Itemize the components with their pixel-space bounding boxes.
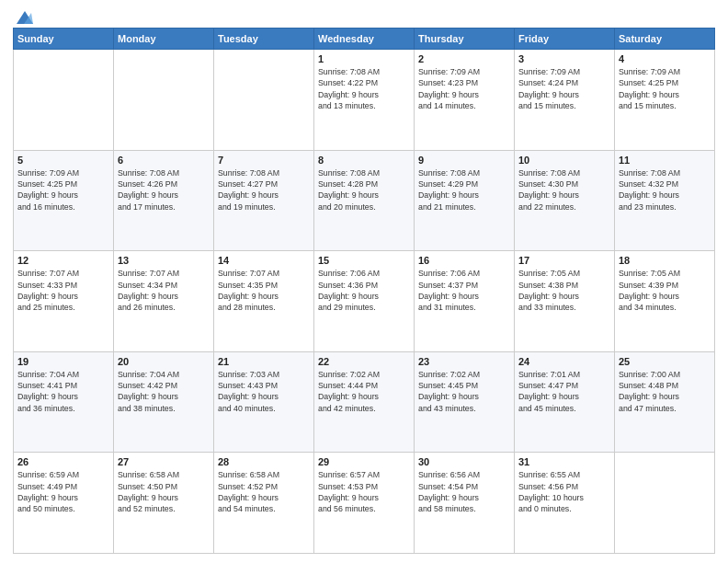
logo-icon [15, 9, 35, 26]
calendar-day-cell: 1Sunrise: 7:08 AM Sunset: 4:22 PM Daylig… [314, 50, 415, 151]
header [13, 9, 715, 22]
day-number: 30 [418, 456, 510, 467]
day-info: Sunrise: 7:03 AM Sunset: 4:43 PM Dayligh… [218, 369, 310, 414]
day-info: Sunrise: 7:06 AM Sunset: 4:37 PM Dayligh… [418, 268, 510, 313]
calendar-header-sunday: Sunday [14, 29, 114, 50]
day-info: Sunrise: 7:07 AM Sunset: 4:33 PM Dayligh… [17, 268, 109, 313]
calendar-day-cell: 2Sunrise: 7:09 AM Sunset: 4:23 PM Daylig… [415, 50, 515, 151]
day-info: Sunrise: 6:57 AM Sunset: 4:53 PM Dayligh… [318, 469, 410, 514]
calendar-day-cell: 18Sunrise: 7:05 AM Sunset: 4:39 PM Dayli… [615, 251, 715, 352]
day-number: 27 [118, 456, 210, 467]
calendar-day-cell: 16Sunrise: 7:06 AM Sunset: 4:37 PM Dayli… [415, 251, 515, 352]
calendar-day-cell: 8Sunrise: 7:08 AM Sunset: 4:28 PM Daylig… [314, 150, 415, 251]
calendar-day-cell: 25Sunrise: 7:00 AM Sunset: 4:48 PM Dayli… [615, 351, 715, 453]
day-info: Sunrise: 7:08 AM Sunset: 4:22 PM Dayligh… [318, 66, 410, 111]
day-number: 6 [118, 155, 210, 166]
calendar-day-cell [615, 453, 715, 554]
day-number: 7 [218, 155, 310, 166]
calendar-header-saturday: Saturday [615, 29, 715, 50]
day-info: Sunrise: 6:58 AM Sunset: 4:52 PM Dayligh… [218, 469, 310, 514]
day-info: Sunrise: 6:58 AM Sunset: 4:50 PM Dayligh… [118, 469, 210, 514]
calendar-day-cell: 4Sunrise: 7:09 AM Sunset: 4:25 PM Daylig… [615, 50, 715, 151]
day-number: 20 [118, 356, 210, 367]
calendar-day-cell: 30Sunrise: 6:56 AM Sunset: 4:54 PM Dayli… [415, 453, 515, 554]
calendar-day-cell: 22Sunrise: 7:02 AM Sunset: 4:44 PM Dayli… [314, 351, 415, 453]
day-number: 3 [518, 53, 610, 64]
day-info: Sunrise: 7:01 AM Sunset: 4:47 PM Dayligh… [518, 369, 610, 414]
calendar-header-wednesday: Wednesday [314, 29, 415, 50]
day-number: 23 [418, 356, 510, 367]
day-number: 10 [518, 155, 610, 166]
calendar-day-cell: 12Sunrise: 7:07 AM Sunset: 4:33 PM Dayli… [14, 251, 114, 352]
day-number: 19 [17, 356, 109, 367]
day-info: Sunrise: 7:08 AM Sunset: 4:30 PM Dayligh… [518, 167, 610, 213]
calendar-week-row: 5Sunrise: 7:09 AM Sunset: 4:25 PM Daylig… [14, 150, 715, 251]
calendar-day-cell: 9Sunrise: 7:08 AM Sunset: 4:29 PM Daylig… [415, 150, 515, 251]
calendar-day-cell: 3Sunrise: 7:09 AM Sunset: 4:24 PM Daylig… [515, 50, 615, 151]
calendar-day-cell: 5Sunrise: 7:09 AM Sunset: 4:25 PM Daylig… [14, 150, 114, 251]
calendar-day-cell [14, 50, 114, 151]
day-number: 21 [218, 356, 310, 367]
day-number: 18 [619, 255, 711, 266]
day-info: Sunrise: 7:08 AM Sunset: 4:28 PM Dayligh… [318, 167, 410, 213]
calendar-day-cell: 28Sunrise: 6:58 AM Sunset: 4:52 PM Dayli… [214, 453, 314, 554]
calendar-day-cell: 14Sunrise: 7:07 AM Sunset: 4:35 PM Dayli… [214, 251, 314, 352]
calendar-header-row: SundayMondayTuesdayWednesdayThursdayFrid… [14, 29, 715, 50]
calendar-day-cell: 13Sunrise: 7:07 AM Sunset: 4:34 PM Dayli… [114, 251, 214, 352]
day-number: 12 [17, 255, 109, 266]
day-info: Sunrise: 7:08 AM Sunset: 4:27 PM Dayligh… [218, 167, 310, 213]
calendar-day-cell: 17Sunrise: 7:05 AM Sunset: 4:38 PM Dayli… [515, 251, 615, 352]
calendar-day-cell: 7Sunrise: 7:08 AM Sunset: 4:27 PM Daylig… [214, 150, 314, 251]
calendar-day-cell: 20Sunrise: 7:04 AM Sunset: 4:42 PM Dayli… [114, 351, 214, 453]
calendar-day-cell: 21Sunrise: 7:03 AM Sunset: 4:43 PM Dayli… [214, 351, 314, 453]
calendar-week-row: 12Sunrise: 7:07 AM Sunset: 4:33 PM Dayli… [14, 251, 715, 352]
calendar-day-cell [214, 50, 314, 151]
day-number: 29 [318, 456, 410, 467]
day-info: Sunrise: 7:09 AM Sunset: 4:23 PM Dayligh… [418, 66, 510, 111]
day-number: 11 [619, 155, 711, 166]
day-number: 1 [318, 53, 410, 64]
calendar-day-cell: 15Sunrise: 7:06 AM Sunset: 4:36 PM Dayli… [314, 251, 415, 352]
calendar-day-cell: 31Sunrise: 6:55 AM Sunset: 4:56 PM Dayli… [515, 453, 615, 554]
day-number: 5 [17, 155, 109, 166]
calendar-day-cell: 19Sunrise: 7:04 AM Sunset: 4:41 PM Dayli… [14, 351, 114, 453]
day-info: Sunrise: 7:08 AM Sunset: 4:32 PM Dayligh… [619, 167, 711, 213]
day-info: Sunrise: 7:06 AM Sunset: 4:36 PM Dayligh… [318, 268, 410, 313]
day-info: Sunrise: 7:08 AM Sunset: 4:29 PM Dayligh… [418, 167, 510, 213]
calendar-day-cell: 23Sunrise: 7:02 AM Sunset: 4:45 PM Dayli… [415, 351, 515, 453]
day-number: 8 [318, 155, 410, 166]
calendar-header-friday: Friday [515, 29, 615, 50]
day-info: Sunrise: 7:02 AM Sunset: 4:44 PM Dayligh… [318, 369, 410, 414]
day-info: Sunrise: 7:07 AM Sunset: 4:35 PM Dayligh… [218, 268, 310, 313]
calendar-day-cell: 29Sunrise: 6:57 AM Sunset: 4:53 PM Dayli… [314, 453, 415, 554]
day-number: 25 [619, 356, 711, 367]
day-info: Sunrise: 6:56 AM Sunset: 4:54 PM Dayligh… [418, 469, 510, 514]
day-number: 9 [418, 155, 510, 166]
calendar-day-cell: 27Sunrise: 6:58 AM Sunset: 4:50 PM Dayli… [114, 453, 214, 554]
calendar-header-monday: Monday [114, 29, 214, 50]
calendar-header-tuesday: Tuesday [214, 29, 314, 50]
logo [13, 9, 35, 22]
day-number: 14 [218, 255, 310, 266]
calendar-header-thursday: Thursday [415, 29, 515, 50]
day-number: 13 [118, 255, 210, 266]
day-info: Sunrise: 7:02 AM Sunset: 4:45 PM Dayligh… [418, 369, 510, 414]
day-info: Sunrise: 7:08 AM Sunset: 4:26 PM Dayligh… [118, 167, 210, 213]
day-info: Sunrise: 7:09 AM Sunset: 4:24 PM Dayligh… [518, 66, 610, 111]
calendar-day-cell: 26Sunrise: 6:59 AM Sunset: 4:49 PM Dayli… [14, 453, 114, 554]
day-info: Sunrise: 7:04 AM Sunset: 4:42 PM Dayligh… [118, 369, 210, 414]
day-number: 22 [318, 356, 410, 367]
day-number: 31 [518, 456, 610, 467]
day-number: 2 [418, 53, 510, 64]
day-number: 26 [17, 456, 109, 467]
day-info: Sunrise: 7:00 AM Sunset: 4:48 PM Dayligh… [619, 369, 711, 414]
calendar-week-row: 26Sunrise: 6:59 AM Sunset: 4:49 PM Dayli… [14, 453, 715, 554]
calendar-day-cell [114, 50, 214, 151]
calendar-day-cell: 24Sunrise: 7:01 AM Sunset: 4:47 PM Dayli… [515, 351, 615, 453]
day-info: Sunrise: 7:05 AM Sunset: 4:38 PM Dayligh… [518, 268, 610, 313]
day-number: 4 [619, 53, 711, 64]
page: SundayMondayTuesdayWednesdayThursdayFrid… [0, 0, 728, 563]
day-number: 28 [218, 456, 310, 467]
calendar-week-row: 1Sunrise: 7:08 AM Sunset: 4:22 PM Daylig… [14, 50, 715, 151]
calendar-day-cell: 10Sunrise: 7:08 AM Sunset: 4:30 PM Dayli… [515, 150, 615, 251]
